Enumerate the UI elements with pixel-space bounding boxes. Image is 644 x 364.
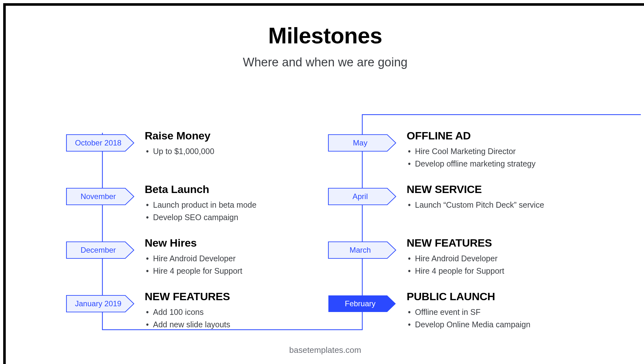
month-arrow-icon: February (328, 295, 396, 313)
milestone-bullets: Up to $1,000,000 (145, 145, 311, 158)
month-label: April (352, 192, 372, 201)
milestone-title: Raise Money (145, 130, 311, 142)
milestone-bullet: Develop Online Media campaign (407, 318, 573, 331)
month-label: December (80, 246, 120, 255)
month-arrow-icon: January 2019 (66, 295, 134, 313)
milestone-content: NEW FEATURESHire Android DeveloperHire 4… (407, 237, 573, 277)
milestone-title: Beta Launch (145, 183, 311, 196)
milestone-title: New Hires (145, 237, 311, 249)
milestone-content: Raise MoneyUp to $1,000,000 (145, 130, 311, 158)
month-label: May (353, 138, 371, 147)
milestone-bullet: Hire 4 people for Support (407, 265, 573, 277)
milestone-bullets: Hire Android DeveloperHire 4 people for … (407, 252, 573, 277)
slide-subtitle: Where and when we are going (6, 56, 644, 69)
milestone-bullets: Offline event in SFDevelop Online Media … (407, 306, 573, 331)
milestone-content: OFFLINE ADHire Cool Marketing DirectorDe… (407, 130, 573, 170)
milestone-title: NEW SERVICE (407, 183, 573, 196)
milestone-bullet: Hire Android Developer (407, 252, 573, 265)
footer-credit: basetemplates.com (6, 345, 644, 355)
milestone-bullets: Launch product in beta modeDevelop SEO c… (145, 199, 311, 224)
slide-title: Milestones (6, 23, 644, 48)
milestone-bullets: Hire Android DeveloperHire 4 people for … (145, 252, 311, 277)
month-label: October 2018 (75, 138, 125, 147)
milestone-bullet: Offline event in SF (407, 306, 573, 318)
milestone-bullet: Launch “Custom Pitch Deck” service (407, 199, 573, 211)
milestone-content: PUBLIC LAUNCHOffline event in SFDevelop … (407, 290, 573, 331)
month-arrow-icon: March (328, 241, 396, 259)
milestone-title: NEW FEATURES (407, 237, 573, 249)
month-arrow-icon: April (328, 188, 396, 205)
milestone-title: OFFLINE AD (407, 130, 573, 142)
milestone-bullets: Hire Cool Marketing DirectorDevelop offl… (407, 145, 573, 170)
milestone-content: NEW SERVICELaunch “Custom Pitch Deck” se… (407, 183, 573, 211)
month-arrow-icon: November (66, 188, 134, 205)
milestone-bullet: Hire Cool Marketing Director (407, 145, 573, 158)
milestone-title: NEW FEATURES (145, 290, 311, 303)
milestone-bullet: Hire Android Developer (145, 252, 311, 265)
milestone-bullet: Develop offline marketing strategy (407, 158, 573, 170)
milestone-bullet: Add new slide layouts (145, 318, 311, 331)
milestone-bullet: Up to $1,000,000 (145, 145, 311, 158)
milestone-bullet: Add 100 icons (145, 306, 311, 318)
milestone-content: NEW FEATURESAdd 100 iconsAdd new slide l… (145, 290, 311, 331)
month-arrow-icon: October 2018 (66, 134, 134, 152)
milestone-bullet: Develop SEO campaign (145, 211, 311, 224)
month-label: February (345, 299, 379, 308)
milestone-bullet: Hire 4 people for Support (145, 265, 311, 277)
milestone-content: Beta LaunchLaunch product in beta modeDe… (145, 183, 311, 224)
month-arrow-icon: December (66, 241, 134, 259)
milestone-bullets: Add 100 iconsAdd new slide layouts (145, 306, 311, 331)
month-label: November (80, 192, 120, 201)
milestone-title: PUBLIC LAUNCH (407, 290, 573, 303)
slide-frame: Milestones Where and when we are going O… (3, 3, 644, 364)
month-label: January 2019 (75, 299, 125, 308)
month-arrow-icon: May (328, 134, 396, 152)
milestone-bullets: Launch “Custom Pitch Deck” service (407, 199, 573, 211)
milestone-bullet: Launch product in beta mode (145, 199, 311, 211)
milestone-content: New HiresHire Android DeveloperHire 4 pe… (145, 237, 311, 277)
month-label: March (349, 246, 375, 255)
